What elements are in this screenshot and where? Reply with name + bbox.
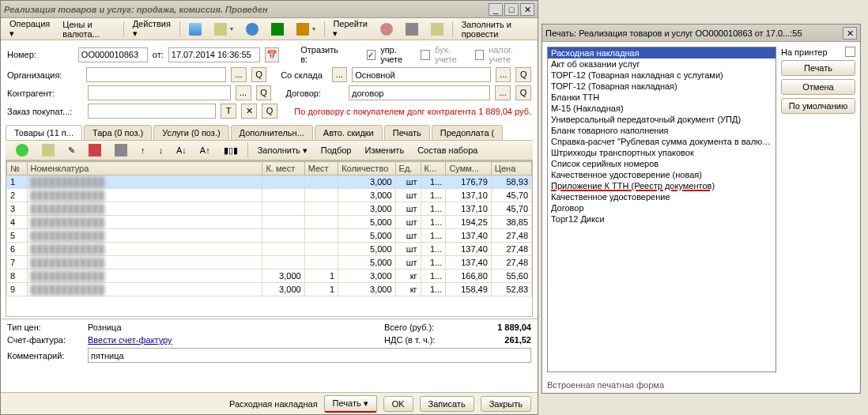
number-field[interactable] xyxy=(78,47,148,62)
warehouse-open-icon[interactable]: Q xyxy=(515,67,531,82)
copy-row-icon[interactable] xyxy=(36,141,60,159)
print-form-item[interactable]: Расходная накладная xyxy=(548,47,776,58)
dlg-print-button[interactable]: Печать xyxy=(781,60,855,76)
counterparty-select-icon[interactable]: ... xyxy=(236,85,251,100)
col-header[interactable]: Номенклатура xyxy=(27,162,262,175)
print-form-item[interactable]: ТОРГ-12 (Товарная накладная) xyxy=(548,81,776,92)
tab-extra[interactable]: Дополнительн... xyxy=(231,125,313,140)
grid-composition-button[interactable]: Состав набора xyxy=(412,143,483,157)
post-icon[interactable] xyxy=(240,21,264,38)
operation-menu[interactable]: Операция ▾ xyxy=(4,17,55,41)
col-header[interactable]: Ед. xyxy=(395,162,421,175)
table-row[interactable]: 8████████████3,00013,000кг1...166,8055,6… xyxy=(7,270,532,283)
unpost-icon[interactable] xyxy=(266,21,289,38)
dlg-cancel-button[interactable]: Отмена xyxy=(781,79,855,95)
footer-rn-link[interactable]: Расходная накладная xyxy=(229,399,318,409)
warehouse-field[interactable] xyxy=(352,67,491,82)
sort-desc-icon[interactable]: A↑ xyxy=(194,143,216,157)
calendar-icon[interactable]: 📅 xyxy=(265,47,279,62)
order-field[interactable] xyxy=(88,104,216,119)
org-select-icon[interactable]: ... xyxy=(231,67,247,82)
order-x-icon[interactable]: ✕ xyxy=(241,104,257,119)
print-form-item[interactable]: Торг12 Дикси xyxy=(548,213,776,224)
contract-select-icon[interactable]: ... xyxy=(495,85,511,100)
print-button[interactable]: Печать ▾ xyxy=(324,395,377,413)
tab-discounts[interactable]: Авто. скидки xyxy=(315,125,383,140)
save-button[interactable]: Записать xyxy=(420,396,474,412)
table-row[interactable]: 2████████████3,000шт1...137,1045,70 xyxy=(7,189,532,202)
dlg-default-button[interactable]: По умолчанию xyxy=(781,98,855,114)
basis-icon[interactable] xyxy=(291,21,321,38)
print-form-item[interactable]: ТОРГ-12 (Товарная накладная с услугами) xyxy=(548,70,776,81)
col-header[interactable]: Мест xyxy=(304,162,338,175)
fill-post-button[interactable]: Заполнить и провести xyxy=(456,17,534,41)
up-icon[interactable]: ↑ xyxy=(135,143,151,157)
print-form-item[interactable]: Акт об оказании услуг xyxy=(548,58,776,70)
contract-open-icon[interactable]: Q xyxy=(515,85,531,100)
print-forms-list[interactable]: Расходная накладнаяАкт об оказании услуг… xyxy=(547,47,776,372)
print-form-item[interactable]: Договор xyxy=(548,202,776,213)
print-form-item[interactable]: Приложение К ТТН (Реестр документов) xyxy=(548,180,776,191)
to-printer-checkbox[interactable] xyxy=(845,47,855,57)
tab-goods[interactable]: Товары (11 п... xyxy=(6,125,82,140)
minimize-icon[interactable]: _ xyxy=(489,3,503,16)
table-row[interactable]: 6████████████5,000шт1...137,4027,48 xyxy=(7,243,532,256)
help-icon[interactable] xyxy=(375,21,398,38)
comment-field[interactable] xyxy=(88,348,531,363)
down-icon[interactable]: ↓ xyxy=(153,143,169,157)
org-field[interactable] xyxy=(86,67,227,82)
col-header[interactable]: № xyxy=(7,162,28,175)
barcode-icon[interactable]: ▮▯▮ xyxy=(218,143,243,158)
grid[interactable]: №НоменклатураК. местМестКоличествоЕд.К..… xyxy=(6,160,533,317)
order-open-icon[interactable]: Q xyxy=(262,104,277,119)
col-header[interactable]: Количество xyxy=(338,162,395,175)
close-icon[interactable]: ✕ xyxy=(520,3,534,16)
print-form-item[interactable]: Бланки ТТН xyxy=(548,92,776,103)
col-header[interactable]: Цена xyxy=(491,162,531,175)
contract-field[interactable] xyxy=(349,85,490,100)
close-button[interactable]: Закрыть xyxy=(481,396,531,412)
print-form-item[interactable]: Качественное удостоверение xyxy=(548,191,776,202)
sort-asc-icon[interactable]: A↓ xyxy=(171,143,192,157)
col-header[interactable]: Сумм... xyxy=(446,162,491,175)
prices-button[interactable]: Цены и валюта... xyxy=(57,17,120,41)
print-form-item[interactable]: М-15 (Накладная) xyxy=(548,103,776,114)
print-close-icon[interactable]: ✕ xyxy=(843,27,857,40)
print-form-item[interactable]: Качественное удостоверение (новая) xyxy=(548,169,776,180)
add-row-icon[interactable] xyxy=(10,141,34,159)
goto-menu[interactable]: Перейти ▾ xyxy=(327,17,373,41)
grid-fill-menu[interactable]: Заполнить ▾ xyxy=(252,143,313,158)
order-t-icon[interactable]: T xyxy=(221,104,236,119)
ok-button[interactable]: OK xyxy=(383,396,413,412)
org-open-icon[interactable]: Q xyxy=(251,67,267,82)
counterparty-field[interactable] xyxy=(88,85,231,100)
actions-menu[interactable]: Действия ▾ xyxy=(127,17,176,41)
upr-checkbox[interactable]: ✓ xyxy=(367,50,376,60)
settings-icon[interactable] xyxy=(109,141,133,159)
copy-icon[interactable] xyxy=(209,21,239,38)
print-form-item[interactable]: Справка-расчет "Рублевая сумма документа… xyxy=(548,136,776,147)
table-row[interactable]: 7████████████5,000шт1...137,4027,48 xyxy=(7,256,532,270)
print-form-item[interactable]: Бланк товарного наполнения xyxy=(548,125,776,136)
tab-print[interactable]: Печать xyxy=(384,125,430,140)
grid-select-button[interactable]: Подбор xyxy=(315,143,357,157)
counterparty-open-icon[interactable]: Q xyxy=(256,85,272,100)
tab-tare[interactable]: Тара (0 поз.) xyxy=(84,125,152,140)
table-row[interactable]: 3████████████3,000шт1...137,1045,70 xyxy=(7,202,532,216)
tree-icon[interactable] xyxy=(425,21,449,38)
maximize-icon[interactable]: □ xyxy=(504,3,519,16)
table-row[interactable]: 4████████████5,000шт1...194,2538,85 xyxy=(7,216,532,229)
print-form-item[interactable]: Универсальный передаточный документ (УПД… xyxy=(548,114,776,125)
struct-icon[interactable] xyxy=(400,21,424,38)
delete-row-icon[interactable] xyxy=(83,141,107,159)
date-field[interactable] xyxy=(168,47,260,62)
tab-prepay[interactable]: Предоплата ( xyxy=(432,125,503,140)
warehouse-select-icon[interactable]: ... xyxy=(496,67,511,82)
col-header[interactable]: К. мест xyxy=(262,162,304,175)
new-doc-icon[interactable] xyxy=(183,21,207,38)
print-form-item[interactable]: Список серийных номеров xyxy=(548,158,776,169)
table-row[interactable]: 9████████████3,00013,000кг1...158,4952,8… xyxy=(7,283,532,296)
stock-ellipsis-icon[interactable]: ... xyxy=(332,67,348,82)
table-row[interactable]: 1████████████3,000шт1...176,7958,93 xyxy=(7,175,532,189)
buh-checkbox[interactable] xyxy=(421,50,430,60)
